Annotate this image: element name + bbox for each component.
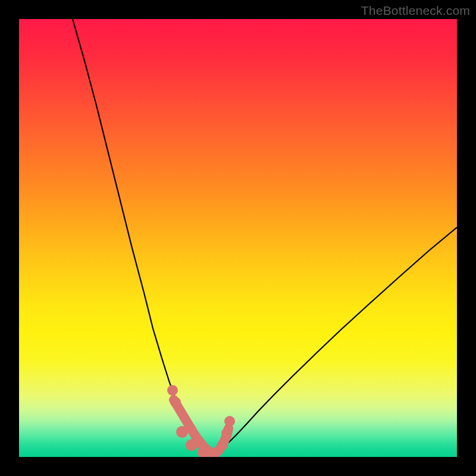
data-marker bbox=[221, 428, 232, 439]
data-marker bbox=[170, 397, 181, 408]
curve-layer bbox=[19, 19, 457, 457]
right-bottleneck-curve bbox=[214, 227, 457, 454]
data-marker bbox=[186, 439, 198, 451]
data-marker bbox=[176, 426, 188, 438]
watermark-text: TheBottleneck.com bbox=[361, 4, 470, 18]
data-marker bbox=[224, 416, 235, 427]
left-bottleneck-curve bbox=[73, 19, 214, 454]
plot-area bbox=[19, 19, 457, 457]
data-marker bbox=[217, 440, 228, 450]
chart-frame: TheBottleneck.com bbox=[0, 0, 476, 476]
data-marker bbox=[167, 385, 178, 396]
